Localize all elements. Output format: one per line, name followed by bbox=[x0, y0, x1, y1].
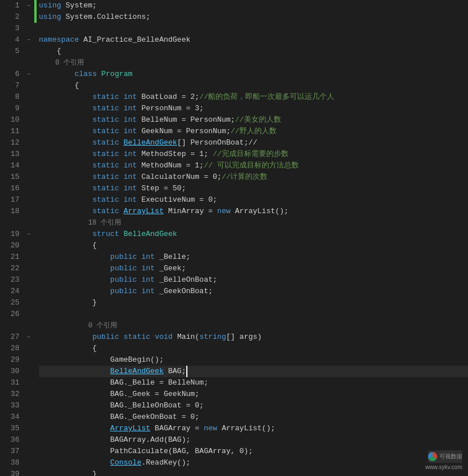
gutter-line bbox=[23, 297, 34, 309]
code-line: static int BelleNum = PersonNum;//美女的人数 bbox=[39, 114, 468, 126]
line-number: 15 bbox=[0, 171, 19, 183]
collapse-icon[interactable]: − bbox=[27, 334, 30, 341]
line-number: 4 bbox=[0, 34, 19, 46]
gutter-line bbox=[23, 434, 34, 446]
code-line: static int PersonNum = 3; bbox=[39, 103, 468, 114]
line-number: 19 bbox=[0, 229, 19, 240]
code-line: { bbox=[39, 80, 468, 91]
line-number: 20 bbox=[0, 240, 19, 251]
code-line: { bbox=[39, 240, 468, 251]
code-line: BAG._GeekOnBoat = 0; bbox=[39, 411, 468, 423]
gutter-line[interactable]: − bbox=[23, 229, 34, 240]
gutter-line[interactable]: − bbox=[23, 69, 34, 80]
code-line: Console.ReadKey(); bbox=[39, 457, 468, 469]
line-number: 9 bbox=[0, 103, 19, 114]
line-number: 8 bbox=[0, 91, 19, 103]
code-line: public static void Main(string[] args) bbox=[39, 331, 468, 343]
gutter-line bbox=[23, 114, 34, 126]
collapse-icon[interactable]: − bbox=[27, 3, 30, 9]
code-area: using System;using System.Collections;na… bbox=[37, 0, 468, 476]
gutter-line bbox=[23, 149, 34, 160]
code-line: 0 个引用 bbox=[39, 320, 468, 331]
line-number: 32 bbox=[0, 389, 19, 400]
line-number bbox=[0, 320, 19, 331]
code-line: GameBegin(); bbox=[39, 354, 468, 366]
code-line: BAG._Geek = GeekNum; bbox=[39, 389, 468, 400]
code-line: public int _BelleOnBoat; bbox=[39, 274, 468, 286]
code-line: namespace AI_Practice_BelleAndGeek bbox=[39, 34, 468, 46]
gutter-line bbox=[23, 194, 34, 206]
gutter-line bbox=[23, 263, 34, 274]
line-number: 30 bbox=[0, 366, 19, 377]
gutter-line bbox=[23, 389, 34, 400]
gutter-line bbox=[23, 80, 34, 91]
code-line: PathCalculate(BAG, BAGArray, 0); bbox=[39, 446, 468, 457]
line-number: 13 bbox=[0, 149, 19, 160]
code-line: BAG._Belle = BelleNum; bbox=[39, 377, 468, 389]
gutter-line bbox=[23, 286, 34, 297]
gutter-line bbox=[23, 11, 34, 23]
code-line: using System; bbox=[39, 0, 468, 11]
code-line: static int MethodStep = 1; //完成目标需要的步数 bbox=[39, 149, 468, 160]
line-number: 21 bbox=[0, 251, 19, 263]
gutter-line bbox=[23, 171, 34, 183]
line-number bbox=[0, 57, 19, 69]
line-number: 16 bbox=[0, 183, 19, 194]
line-number: 39 bbox=[0, 469, 19, 476]
gutter-line bbox=[23, 354, 34, 366]
code-line: } bbox=[39, 297, 468, 309]
line-number: 3 bbox=[0, 23, 19, 34]
gutter-line bbox=[23, 57, 34, 69]
gutter-line bbox=[23, 160, 34, 171]
code-line: static ArrayList MinArray = new ArrayLis… bbox=[39, 206, 468, 217]
line-number: 29 bbox=[0, 354, 19, 366]
gutter: −−−−− bbox=[23, 0, 34, 476]
code-line: ArrayList BAGArray = new ArrayList(); bbox=[39, 423, 468, 434]
gutter-line bbox=[23, 23, 34, 34]
gutter-line bbox=[23, 46, 34, 57]
line-number: 1 bbox=[0, 0, 19, 11]
gutter-line[interactable]: − bbox=[23, 34, 34, 46]
line-number: 17 bbox=[0, 194, 19, 206]
gutter-line bbox=[23, 343, 34, 354]
code-line: struct BelleAndGeek bbox=[39, 229, 468, 240]
line-number: 18 bbox=[0, 206, 19, 217]
line-number: 6 bbox=[0, 69, 19, 80]
watermark: 可视数据 www.sykv.com bbox=[425, 450, 462, 470]
gutter-line bbox=[23, 423, 34, 434]
code-line: public int _GeekOnBoat; bbox=[39, 286, 468, 297]
collapse-icon[interactable]: − bbox=[27, 231, 30, 238]
code-line: static int GeekNum = PersonNum;//野人的人数 bbox=[39, 126, 468, 137]
gutter-line bbox=[23, 377, 34, 389]
code-line: { bbox=[39, 343, 468, 354]
code-line: public int _Geek; bbox=[39, 263, 468, 274]
code-line: 0 个引用 bbox=[39, 57, 468, 69]
gutter-line bbox=[23, 137, 34, 149]
code-line: static int Step = 50; bbox=[39, 183, 468, 194]
line-number: 31 bbox=[0, 377, 19, 389]
code-line: static int CalculatorNum = 0;//计算的次数 bbox=[39, 171, 468, 183]
gutter-line bbox=[23, 366, 34, 377]
watermark-url: www.sykv.com bbox=[425, 464, 462, 470]
gutter-line[interactable]: − bbox=[23, 331, 34, 343]
gutter-line bbox=[23, 469, 34, 476]
gutter-line bbox=[23, 217, 34, 229]
line-number: 28 bbox=[0, 343, 19, 354]
code-line: { bbox=[39, 46, 468, 57]
line-number: 27 bbox=[0, 331, 19, 343]
line-number bbox=[0, 217, 19, 229]
gutter-line[interactable]: − bbox=[23, 0, 34, 11]
code-line: BAG._BelleOnBoat = 0; bbox=[39, 400, 468, 411]
code-line: using System.Collections; bbox=[39, 11, 468, 23]
line-number: 14 bbox=[0, 160, 19, 171]
line-number: 38 bbox=[0, 457, 19, 469]
gutter-line bbox=[23, 103, 34, 114]
gutter-line bbox=[23, 240, 34, 251]
line-number: 36 bbox=[0, 434, 19, 446]
collapse-icon[interactable]: − bbox=[27, 71, 30, 78]
line-number: 22 bbox=[0, 263, 19, 274]
gutter-line bbox=[23, 411, 34, 423]
code-editor: 1234567891011121314151617181920212223242… bbox=[0, 0, 468, 476]
gutter-line bbox=[23, 274, 34, 286]
collapse-icon[interactable]: − bbox=[27, 37, 30, 43]
